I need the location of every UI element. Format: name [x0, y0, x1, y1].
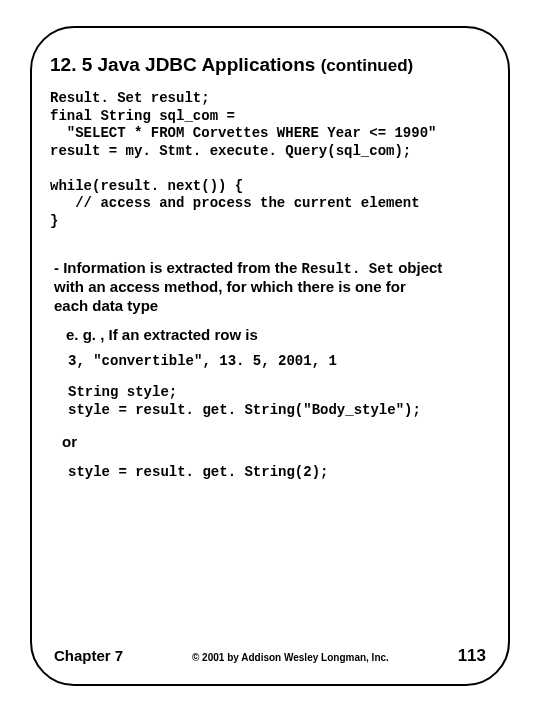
bullet-text: - Information is extracted from the Resu… — [54, 240, 490, 316]
code-row-example: 3, "convertible", 13. 5, 2001, 1 — [68, 353, 490, 371]
bullet-code-term: Result. Set — [302, 261, 394, 277]
slide-footer: Chapter 7 © 2001 by Addison Wesley Longm… — [32, 646, 508, 666]
heading-main: 12. 5 Java JDBC Applications — [50, 54, 321, 75]
or-label: or — [62, 433, 490, 450]
code-block-2: String style; style = result. get. Strin… — [68, 384, 490, 419]
footer-page-number: 113 — [458, 646, 486, 666]
code-block-3: style = result. get. String(2); — [68, 464, 490, 482]
footer-copyright: © 2001 by Addison Wesley Longman, Inc. — [123, 652, 457, 663]
footer-chapter: Chapter 7 — [54, 647, 123, 664]
heading-continued: (continued) — [321, 56, 414, 75]
slide-heading: 12. 5 Java JDBC Applications (continued) — [50, 54, 490, 76]
slide-frame: 12. 5 Java JDBC Applications (continued)… — [30, 26, 510, 686]
example-label: e. g. , If an extracted row is — [66, 326, 490, 343]
bullet-lead: - Information is extracted from the — [54, 259, 302, 276]
code-block-1: Result. Set result; final String sql_com… — [50, 90, 490, 230]
